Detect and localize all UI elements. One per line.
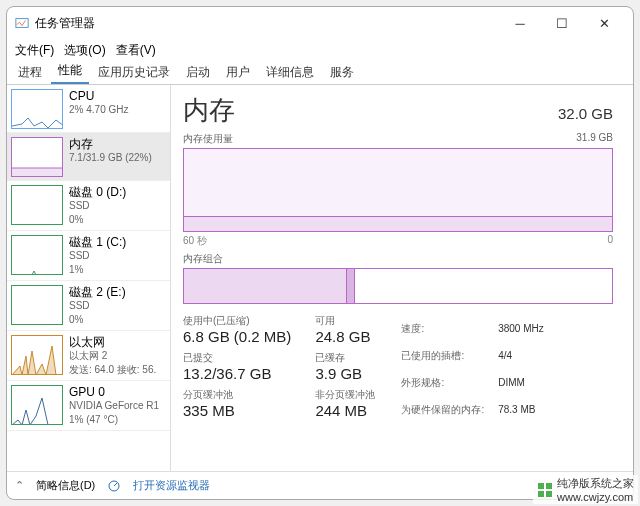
menu-file[interactable]: 文件(F) — [15, 42, 54, 59]
close-button[interactable]: ✕ — [583, 9, 625, 37]
memory-composition-chart — [183, 268, 613, 304]
commit-value: 13.2/36.7 GB — [183, 365, 291, 382]
sidebar-item-ethernet[interactable]: 以太网以太网 2发送: 64.0 接收: 56. — [7, 331, 170, 381]
memory-details-table: 速度:3800 MHz 已使用的插槽:4/4 外形规格:DIMM 为硬件保留的内… — [399, 314, 545, 425]
disk0-thumb — [11, 185, 63, 225]
usage-max: 31.9 GB — [576, 132, 613, 146]
tab-performance[interactable]: 性能 — [51, 59, 89, 84]
maximize-button[interactable]: ☐ — [541, 9, 583, 37]
cached-label: 已缓存 — [315, 351, 375, 365]
eth-thumb — [11, 335, 63, 375]
menubar: 文件(F) 选项(O) 查看(V) — [7, 39, 633, 61]
task-manager-window: 任务管理器 ─ ☐ ✕ 文件(F) 选项(O) 查看(V) 进程 性能 应用历史… — [6, 6, 634, 500]
tab-history[interactable]: 应用历史记录 — [91, 61, 177, 84]
svg-rect-9 — [538, 491, 544, 497]
sidebar-item-disk2[interactable]: 磁盘 2 (E:)SSD0% — [7, 281, 170, 331]
menu-options[interactable]: 选项(O) — [64, 42, 105, 59]
gpu-thumb — [11, 385, 63, 425]
avail-label: 可用 — [315, 314, 375, 328]
tab-bar: 进程 性能 应用历史记录 启动 用户 详细信息 服务 — [7, 61, 633, 85]
svg-rect-8 — [546, 483, 552, 489]
window-title: 任务管理器 — [35, 15, 95, 32]
composition-label: 内存组合 — [183, 252, 223, 266]
disk2-thumb — [11, 285, 63, 325]
watermark: 纯净版系统之家 www.cwjzy.com — [533, 475, 638, 504]
memory-total: 32.0 GB — [558, 105, 613, 122]
sidebar-item-gpu[interactable]: GPU 0NVIDIA GeForce R11% (47 °C) — [7, 381, 170, 431]
sidebar-item-disk0[interactable]: 磁盘 0 (D:)SSD0% — [7, 181, 170, 231]
panel-title: 内存 — [183, 93, 235, 128]
axis-left: 60 秒 — [183, 234, 207, 248]
speed-value: 3800 MHz — [498, 316, 544, 341]
nonpaged-label: 非分页缓冲池 — [315, 388, 375, 402]
axis-right: 0 — [607, 234, 613, 248]
commit-label: 已提交 — [183, 351, 291, 365]
titlebar[interactable]: 任务管理器 ─ ☐ ✕ — [7, 7, 633, 39]
tab-users[interactable]: 用户 — [219, 61, 257, 84]
tab-services[interactable]: 服务 — [323, 61, 361, 84]
svg-line-6 — [114, 483, 117, 486]
sidebar-item-memory[interactable]: 内存7.1/31.9 GB (22%) — [7, 133, 170, 181]
app-icon — [15, 16, 29, 30]
sidebar-item-disk1[interactable]: 磁盘 1 (C:)SSD1% — [7, 231, 170, 281]
slots-value: 4/4 — [498, 343, 544, 368]
tab-startup[interactable]: 启动 — [179, 61, 217, 84]
avail-value: 24.8 GB — [315, 328, 375, 345]
fewer-details-link[interactable]: 简略信息(D) — [36, 478, 95, 493]
paged-value: 335 MB — [183, 402, 291, 419]
disk1-thumb — [11, 235, 63, 275]
open-resmon-link[interactable]: 打开资源监视器 — [133, 478, 210, 493]
tab-details[interactable]: 详细信息 — [259, 61, 321, 84]
paged-label: 分页缓冲池 — [183, 388, 291, 402]
svg-rect-10 — [546, 491, 552, 497]
tab-processes[interactable]: 进程 — [11, 61, 49, 84]
memory-usage-chart — [183, 148, 613, 232]
mem-thumb — [11, 137, 63, 177]
svg-rect-7 — [538, 483, 544, 489]
inuse-value: 6.8 GB (0.2 MB) — [183, 328, 291, 345]
sidebar: CPU2% 4.70 GHz 内存7.1/31.9 GB (22%) 磁盘 0 … — [7, 85, 171, 471]
main-panel: 内存 32.0 GB 内存使用量31.9 GB 60 秒0 内存组合 使用中(已… — [171, 85, 633, 471]
collapse-icon[interactable]: ⌃ — [15, 479, 24, 492]
sidebar-item-cpu[interactable]: CPU2% 4.70 GHz — [7, 85, 170, 133]
menu-view[interactable]: 查看(V) — [116, 42, 156, 59]
minimize-button[interactable]: ─ — [499, 9, 541, 37]
inuse-label: 使用中(已压缩) — [183, 314, 291, 328]
form-value: DIMM — [498, 371, 544, 396]
svg-rect-1 — [12, 168, 63, 177]
usage-label: 内存使用量 — [183, 132, 233, 146]
cpu-thumb — [11, 89, 63, 129]
nonpaged-value: 244 MB — [315, 402, 375, 419]
hwreserved-value: 78.3 MB — [498, 398, 544, 423]
resmon-icon — [107, 479, 121, 493]
cached-value: 3.9 GB — [315, 365, 375, 382]
